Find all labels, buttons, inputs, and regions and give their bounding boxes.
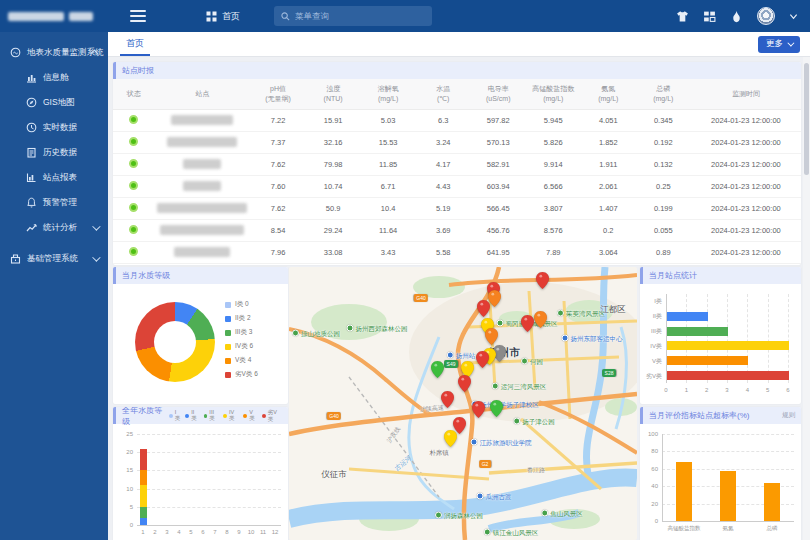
- value-cell: 6.71: [361, 175, 416, 197]
- value-cell: 7.37: [251, 131, 306, 153]
- sidebar-item-统计分析[interactable]: 统计分析: [0, 215, 108, 240]
- vbar: [676, 462, 692, 521]
- table-header-row: 状态站点pH值(无量纲)浊度(NTU)溶解氧(mg/L)水温(℃)电导率(uS/…: [113, 79, 801, 109]
- station-pin[interactable]: [485, 328, 498, 345]
- station-pin[interactable]: [472, 401, 485, 418]
- time-cell: 2024-01-23 12:00:00: [691, 153, 801, 175]
- map-label: 镇江金山风景区: [484, 529, 539, 538]
- flame-icon[interactable]: [730, 10, 743, 23]
- sidebar-item-GIS地图[interactable]: GIS地图: [0, 90, 108, 115]
- collapse-menu-icon[interactable]: [130, 10, 146, 22]
- map-label: 扬子津公园: [513, 418, 555, 427]
- value-cell: 4.051: [581, 109, 636, 131]
- sidebar-item-label: 实时数据: [43, 122, 77, 134]
- hbar: [667, 312, 708, 321]
- sidebar-item-实时数据[interactable]: 实时数据: [0, 115, 108, 140]
- value-cell: 32.16: [306, 131, 361, 153]
- station-pin[interactable]: [534, 311, 547, 328]
- scrollbar-thumb[interactable]: [804, 63, 809, 175]
- map-label: 朴席镇: [429, 449, 449, 458]
- search-input[interactable]: [295, 11, 415, 21]
- column-header: 氨氮(mg/L): [581, 79, 636, 109]
- station-pin[interactable]: [521, 315, 534, 332]
- road-badge: G40: [327, 412, 341, 420]
- value-cell: 2.061: [581, 175, 636, 197]
- legend-item[interactable]: 劣V类 6: [225, 370, 258, 379]
- value-cell: 3.24: [416, 131, 471, 153]
- topbar-actions: [676, 7, 810, 25]
- breadcrumb[interactable]: 首页: [206, 10, 240, 23]
- legend-item[interactable]: I类 0: [225, 300, 249, 309]
- legend-item[interactable]: IV类 6: [225, 342, 253, 351]
- rules-link[interactable]: 规则: [782, 411, 795, 420]
- time-cell: 2024-01-23 12:00:00: [691, 175, 801, 197]
- sidebar-item-历史数据[interactable]: 历史数据: [0, 140, 108, 165]
- sidebar-item-label: GIS地图: [43, 97, 75, 109]
- value-cell: 7.62: [251, 197, 306, 219]
- map-label: 沪汉线: [385, 425, 403, 445]
- panel-title: 当月水质等级: [122, 270, 170, 281]
- search-icon: [281, 12, 290, 21]
- value-cell: 0.89: [636, 241, 691, 263]
- legend-item[interactable]: III类 3: [225, 328, 252, 337]
- sidebar-section-0[interactable]: 地表水质量监测系统: [0, 40, 108, 65]
- column-header: 总磷(mg/L): [636, 79, 691, 109]
- history-icon: [26, 147, 37, 158]
- sidebar-item-站点报表[interactable]: 站点报表: [0, 165, 108, 190]
- value-cell: 3.807: [526, 197, 581, 219]
- station-pin[interactable]: [458, 375, 471, 392]
- tab-home[interactable]: 首页: [120, 32, 150, 56]
- time-cell: 2024-01-23 12:00:00: [691, 219, 801, 241]
- station-pin[interactable]: [441, 391, 454, 408]
- value-cell: 4.43: [416, 175, 471, 197]
- station-pin[interactable]: [490, 400, 503, 417]
- map-label: 焦山风景区: [541, 510, 583, 519]
- sidebar-item-预警管理[interactable]: 预警管理: [0, 190, 108, 215]
- sidebar-item-label: 统计分析: [43, 222, 77, 234]
- main-content: 站点时报 状态站点pH值(无量纲)浊度(NTU)溶解氧(mg/L)水温(℃)电导…: [108, 57, 810, 540]
- station-pin[interactable]: [536, 272, 549, 289]
- theme-icon[interactable]: [676, 10, 689, 23]
- map-label: 扬州西郊森林公园: [347, 325, 408, 334]
- sidebar-menu: 地表水质量监测系统信息舱GIS地图实时数据历史数据站点报表预警管理统计分析基础管…: [0, 32, 108, 271]
- value-cell: 641.95: [471, 241, 526, 263]
- station-pin[interactable]: [431, 361, 444, 378]
- user-avatar[interactable]: [757, 7, 775, 25]
- legend-item[interactable]: II类 2: [225, 314, 251, 323]
- chevron-down-icon[interactable]: [789, 12, 798, 21]
- table-row: 7.6279.9811.854.17582.919.9141.9110.1322…: [113, 153, 801, 175]
- value-cell: 6.566: [526, 175, 581, 197]
- sidebar-item-信息舱[interactable]: 信息舱: [0, 65, 108, 90]
- hbar: [667, 327, 728, 336]
- value-cell: 1.407: [581, 197, 636, 219]
- station-pin[interactable]: [476, 351, 489, 368]
- map-label: 古运河: [393, 454, 414, 473]
- sidebar-section-1[interactable]: 基础管理系统: [0, 246, 108, 271]
- menu-search[interactable]: [274, 6, 432, 26]
- scrollbar-track[interactable]: [803, 57, 810, 540]
- value-cell: 7.22: [251, 109, 306, 131]
- status-cell: [113, 219, 154, 241]
- status-dot: [129, 137, 138, 146]
- hbar: [667, 371, 789, 380]
- poi-icon: [447, 352, 454, 359]
- value-cell: 3.064: [581, 241, 636, 263]
- park-icon: [347, 325, 354, 332]
- station-name-blurred: [160, 225, 244, 235]
- station-cell: [154, 197, 250, 219]
- value-cell: 5.03: [361, 109, 416, 131]
- value-cell: 0.2: [581, 219, 636, 241]
- month-grade-panel: 当月水质等级 I类 0II类 2III类 3IV类 6V类 4劣V类 6: [113, 267, 288, 404]
- map-label: 何园: [521, 358, 543, 367]
- screens-icon[interactable]: [703, 10, 716, 23]
- station-name-blurred: [171, 115, 233, 125]
- park-icon: [435, 512, 442, 519]
- stations-map[interactable]: 扬州市仪征市江都区朴席镇茱萸湾风景区蜀冈唐子城风景区扬州西郊森林公园捺山地质公园…: [289, 267, 637, 540]
- more-button[interactable]: 更多: [758, 36, 800, 53]
- time-cell: 2024-01-23 12:00:00: [691, 131, 801, 153]
- station-pin[interactable]: [477, 300, 490, 317]
- legend-item[interactable]: V类 4: [225, 356, 251, 365]
- hbar: [667, 356, 748, 365]
- logo-blur: [69, 12, 93, 21]
- station-pin[interactable]: [444, 430, 457, 447]
